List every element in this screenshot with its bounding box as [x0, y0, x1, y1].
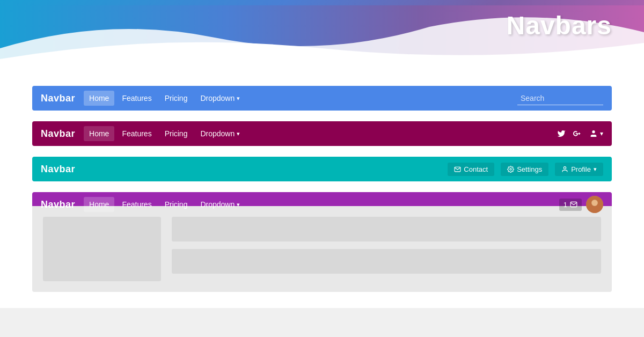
- nav2-dropdown[interactable]: Dropdown: [195, 126, 245, 141]
- nav4-dropdown[interactable]: Dropdown: [195, 197, 245, 212]
- navbar-1: Navbar Home Features Pricing Dropdown: [32, 86, 612, 111]
- placeholder-bar-1: [172, 217, 601, 241]
- notification-badge[interactable]: 1: [559, 199, 582, 211]
- placeholder-image: [43, 217, 161, 281]
- user-dropdown-icon[interactable]: ▾: [589, 129, 603, 138]
- nav1-home[interactable]: Home: [84, 91, 114, 106]
- navbar-4-brand: Navbar: [41, 199, 75, 210]
- navbar-4-right: 1: [559, 196, 603, 213]
- nav1-features[interactable]: Features: [116, 91, 157, 106]
- nav1-pricing[interactable]: Pricing: [159, 91, 193, 106]
- nav4-home[interactable]: Home: [84, 197, 114, 212]
- placeholder-text-area: [172, 217, 601, 281]
- navbar-1-brand: Navbar: [41, 93, 75, 104]
- navbar-3: Navbar Contact Settings Profile ▾: [32, 157, 612, 181]
- page-title: Navbars: [507, 11, 612, 40]
- twitter-icon[interactable]: [557, 129, 566, 138]
- navbar-2-brand: Navbar: [41, 128, 75, 140]
- nav2-features[interactable]: Features: [116, 126, 157, 141]
- navbar-3-right: Contact Settings Profile ▾: [444, 163, 603, 176]
- hero-banner: Navbars: [0, 0, 644, 70]
- svg-point-0: [592, 130, 595, 133]
- search-input[interactable]: [517, 92, 603, 105]
- placeholder-bar-2: [172, 249, 601, 274]
- navbar-2-social: ▾: [557, 129, 603, 138]
- nav1-dropdown[interactable]: Dropdown: [195, 91, 245, 106]
- navbar-1-items: Home Features Pricing Dropdown: [84, 91, 245, 106]
- content-area: Navbar Home Features Pricing Dropdown Na…: [0, 70, 644, 308]
- avatar[interactable]: [586, 196, 603, 213]
- google-plus-icon[interactable]: [573, 129, 582, 138]
- nav2-home[interactable]: Home: [84, 126, 114, 141]
- navbar-1-right: [517, 92, 603, 105]
- svg-point-1: [510, 168, 511, 170]
- navbar-4-items: Home Features Pricing Dropdown: [84, 197, 245, 212]
- nav2-pricing[interactable]: Pricing: [159, 126, 193, 141]
- profile-caret-icon: ▾: [594, 166, 597, 173]
- svg-point-2: [564, 166, 566, 169]
- settings-button[interactable]: Settings: [501, 163, 548, 176]
- navbar-2-items: Home Features Pricing Dropdown: [84, 126, 245, 141]
- profile-button[interactable]: Profile ▾: [555, 163, 603, 176]
- navbar-4-container: Navbar Home Features Pricing Dropdown 1: [32, 192, 612, 292]
- navbar-3-brand: Navbar: [41, 164, 75, 175]
- svg-point-5: [592, 200, 598, 206]
- placeholder-content: [32, 206, 612, 292]
- navbar-2: Navbar Home Features Pricing Dropdown ▾: [32, 121, 612, 146]
- contact-button[interactable]: Contact: [448, 163, 494, 176]
- nav4-pricing[interactable]: Pricing: [159, 197, 193, 212]
- nav4-features[interactable]: Features: [116, 197, 157, 212]
